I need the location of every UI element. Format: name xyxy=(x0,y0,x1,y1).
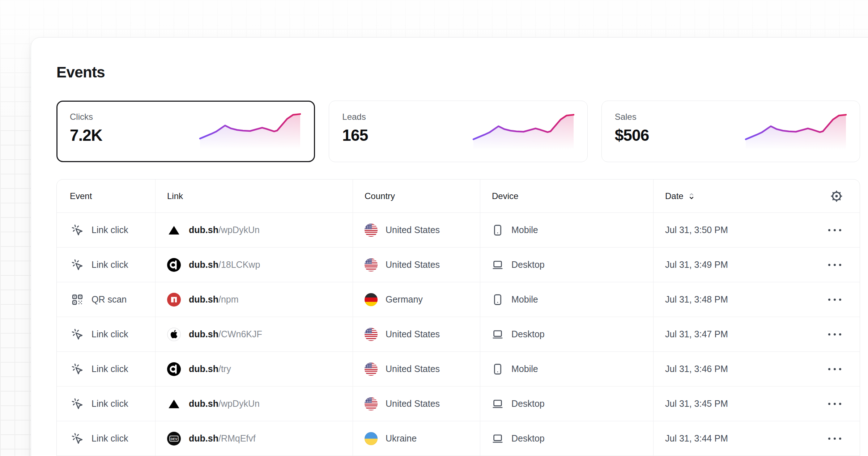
ellipsis-menu-icon xyxy=(828,438,830,440)
ellipsis-menu-icon xyxy=(839,299,841,301)
ellipsis-menu-icon xyxy=(828,299,830,301)
event-label: Link click xyxy=(92,433,128,444)
ellipsis-menu-icon xyxy=(839,403,841,405)
link-cell: dub.sh/wpDykUn xyxy=(155,213,353,247)
ellipsis-menu-icon xyxy=(834,403,836,405)
date-label: Jul 31, 3:49 PM xyxy=(665,259,728,270)
column-header-country: Country xyxy=(353,180,480,212)
stat-card-clicks[interactable]: Clicks 7.2K xyxy=(56,101,315,162)
page-title: Events xyxy=(56,64,860,81)
link-cell: dub.sh/18LCKwp xyxy=(155,248,353,282)
country-label: Germany xyxy=(386,294,423,305)
country-cell: United States xyxy=(353,352,480,386)
date-cell: Jul 31, 3:44 PM xyxy=(653,421,860,456)
event-label: Link click xyxy=(92,259,128,270)
country-label: United States xyxy=(386,364,440,374)
link-domain: dub.sh xyxy=(189,433,218,443)
device-cell: Desktop xyxy=(480,421,653,456)
ellipsis-menu-icon xyxy=(828,229,830,231)
flag-us-icon xyxy=(365,397,378,410)
event-cell: Link click xyxy=(57,352,155,386)
event-cell: Link click xyxy=(57,421,155,456)
link-url: dub.sh/npm xyxy=(189,294,239,305)
date-label: Jul 31, 3:45 PM xyxy=(665,398,728,409)
date-label: Jul 31, 3:44 PM xyxy=(665,433,728,444)
date-cell: Jul 31, 3:46 PM xyxy=(653,352,860,386)
link-domain: dub.sh xyxy=(189,259,218,270)
ellipsis-menu-icon xyxy=(839,368,841,370)
link-url: dub.sh/CWn6KJF xyxy=(189,329,262,339)
chevrons-up-down-icon xyxy=(687,192,696,200)
column-label: Date xyxy=(665,191,684,201)
flag-de-icon xyxy=(365,293,378,306)
event-cell: Link click xyxy=(57,248,155,282)
sparkline-chart xyxy=(746,113,846,149)
ellipsis-menu-icon xyxy=(828,264,830,266)
row-menu-button[interactable] xyxy=(827,260,843,270)
link-cell: dub.sh/wpDykUn xyxy=(155,387,353,421)
country-cell: United States xyxy=(353,387,480,421)
country-cell: United States xyxy=(353,213,480,247)
cursor-click-icon xyxy=(71,432,84,445)
favicon-vercel-icon xyxy=(167,223,181,237)
row-menu-button[interactable] xyxy=(827,225,843,235)
link-domain: dub.sh xyxy=(189,364,218,374)
date-sort-button[interactable] xyxy=(686,190,697,202)
ellipsis-menu-icon xyxy=(839,264,841,266)
stat-card-sales[interactable]: Sales $506 xyxy=(601,101,860,162)
mobile-icon xyxy=(492,294,503,305)
column-header-link: Link xyxy=(155,180,353,212)
row-menu-button[interactable] xyxy=(827,295,843,304)
qr-code-icon xyxy=(71,294,84,306)
ellipsis-menu-icon xyxy=(828,403,830,405)
table-settings-button[interactable] xyxy=(829,189,844,203)
column-header-date: Date xyxy=(653,180,860,212)
gear-icon xyxy=(830,190,843,202)
device-cell: Mobile xyxy=(480,282,653,317)
link-slug: /try xyxy=(218,364,231,374)
link-url: dub.sh/wpDykUn xyxy=(189,398,260,409)
table-row: Link click dub.sh/18LCKwp United States … xyxy=(57,247,860,282)
link-cell: dub.sh/try xyxy=(155,352,353,386)
link-url: dub.sh/RMqEfvf xyxy=(189,433,256,444)
device-label: Desktop xyxy=(511,398,545,409)
ellipsis-menu-icon xyxy=(839,333,841,335)
row-menu-button[interactable] xyxy=(827,330,843,339)
flag-us-icon xyxy=(365,328,378,341)
event-label: Link click xyxy=(92,225,128,235)
favicon-npm-icon xyxy=(167,293,181,307)
table-row: Link click dub.sh/wpDykUn United States … xyxy=(57,386,860,421)
link-slug: /18LCKwp xyxy=(218,259,260,270)
date-label: Jul 31, 3:47 PM xyxy=(665,329,728,339)
svg-text:DEV: DEV xyxy=(171,437,178,440)
device-label: Desktop xyxy=(511,433,545,444)
device-cell: Mobile xyxy=(480,352,653,386)
link-slug: /RMqEfvf xyxy=(218,433,256,443)
link-slug: /npm xyxy=(218,294,239,304)
mobile-icon xyxy=(492,224,503,236)
cursor-click-icon xyxy=(71,328,84,341)
device-label: Mobile xyxy=(511,364,538,374)
table-header-row: Event Link Country Device Date xyxy=(57,180,860,212)
row-menu-button[interactable] xyxy=(827,434,843,443)
stat-cards: Clicks 7.2K Leads 165 Sales $506 xyxy=(56,101,860,162)
stat-card-leads[interactable]: Leads 165 xyxy=(329,101,587,162)
link-cell: dub.sh/npm xyxy=(155,282,353,317)
date-label: Jul 31, 3:50 PM xyxy=(665,225,728,235)
date-cell: Jul 31, 3:45 PM xyxy=(653,387,860,421)
link-slug: /wpDykUn xyxy=(218,225,260,235)
link-cell: DEV dub.sh/RMqEfvf xyxy=(155,421,353,456)
row-menu-button[interactable] xyxy=(827,399,843,409)
event-cell: QR scan xyxy=(57,282,155,317)
link-slug: /wpDykUn xyxy=(218,398,260,409)
row-menu-button[interactable] xyxy=(827,364,843,374)
flag-us-icon xyxy=(365,258,378,271)
ellipsis-menu-icon xyxy=(834,333,836,335)
column-header-device: Device xyxy=(480,180,653,212)
column-label: Device xyxy=(492,191,518,201)
laptop-icon xyxy=(492,329,503,340)
flag-us-icon xyxy=(365,224,378,237)
cursor-click-icon xyxy=(71,398,84,410)
event-cell: Link click xyxy=(57,387,155,421)
country-label: United States xyxy=(386,329,440,339)
